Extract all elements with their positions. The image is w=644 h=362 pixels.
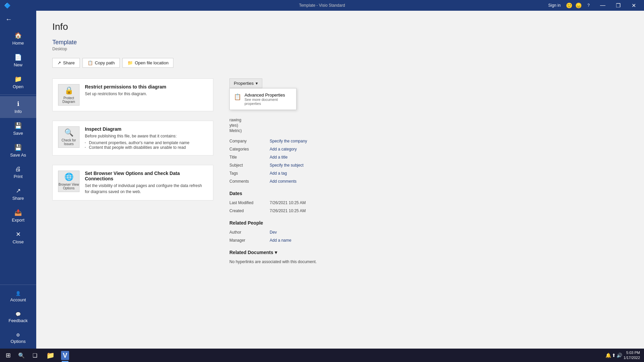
sidebar-item-info[interactable]: ℹ Info	[0, 96, 36, 118]
start-icon: ⊞	[6, 352, 11, 359]
taskbar-app-explorer[interactable]: 📁	[43, 349, 58, 362]
last-modified-value: 7/26/2021 10:25 AM	[270, 200, 306, 205]
author-row: Author Dev	[229, 228, 628, 236]
save-as-icon: 💾	[14, 144, 22, 151]
properties-dropdown-menu: 📋 Advanced Properties See more document …	[229, 88, 297, 110]
properties-table: Company Specify the company Categories A…	[229, 137, 628, 266]
company-row: Company Specify the company	[229, 137, 628, 145]
open-file-location-button[interactable]: 📁 Open file location	[122, 58, 173, 68]
back-button[interactable]: ←	[0, 11, 36, 28]
folder-icon: 📁	[127, 60, 133, 65]
inspect-bullets: Document properties, author's name and t…	[85, 140, 190, 150]
taskbar-apps: 📁 V	[43, 349, 72, 362]
window-controls: — ❐ ✕	[595, 0, 641, 11]
protect-icon-box: 🔒 ProtectDiagram	[58, 84, 79, 106]
sidebar-bottom: 👤 Account 💬 Feedback ⚙ Options	[0, 283, 36, 349]
sidebar-label-share: Share	[12, 196, 24, 201]
browser-view-description: Set the visibility of individual pages a…	[85, 183, 208, 195]
sign-in-link[interactable]: Sign in	[548, 3, 561, 8]
people-heading: Related People	[229, 220, 628, 227]
sidebar-item-feedback[interactable]: 💬 Feedback	[0, 307, 36, 328]
smiley-icon: 🙂	[566, 2, 573, 9]
tags-row: Tags Add a tag	[229, 169, 628, 177]
sidebar: ← 🏠 Home 📄 New 📁 Open ℹ Info 💾 Save 💾 Sa…	[0, 11, 36, 349]
inspect-icon-label: Check forIssues	[62, 138, 76, 146]
sidebar-item-open[interactable]: 📁 Open	[0, 71, 36, 93]
system-icons: 🔔 ⬆ 🔊	[605, 353, 622, 358]
tags-value[interactable]: Add a tag	[270, 171, 287, 176]
sidebar-item-print[interactable]: 🖨 Print	[0, 162, 36, 183]
documents-heading[interactable]: Related Documents ▾	[229, 250, 628, 256]
main-content: Info Template Desktop ↗ Share 📋 Copy pat…	[36, 11, 644, 349]
account-icon: 👤	[15, 291, 21, 296]
restore-button[interactable]: ❐	[610, 0, 626, 11]
advanced-properties-item[interactable]: 📋 Advanced Properties See more document …	[230, 90, 296, 108]
inspect-section: 🔍 Check forIssues Inspect Diagram Before…	[52, 121, 213, 156]
subject-value[interactable]: Specify the subject	[270, 163, 304, 168]
manager-value[interactable]: Add a name	[270, 238, 291, 243]
sidebar-item-export[interactable]: 📤 Export	[0, 205, 36, 227]
protect-description: Set up restrictions for this diagram.	[85, 91, 166, 97]
sidebar-label-close: Close	[12, 239, 23, 244]
copy-path-label: Copy path	[95, 60, 115, 65]
title-value[interactable]: Add a title	[270, 155, 287, 160]
time-display: 5:03 PM	[624, 350, 640, 355]
protect-section: 🔒 ProtectDiagram Restrict permissions to…	[52, 78, 213, 111]
sidebar-item-save-as[interactable]: 💾 Save As	[0, 140, 36, 162]
minimize-button[interactable]: —	[595, 0, 610, 11]
taskbar: ⊞ 🔍 ❑ 📁 V 🔔 ⬆ 🔊 5:03 PM 1/17/2022	[0, 349, 644, 362]
browser-view-icon-box: 🌐 Browser ViewOptions	[58, 171, 79, 192]
volume-icon: 🔊	[616, 353, 622, 358]
no-hyperlinks-row: No hyperlinks are associated with this d…	[229, 258, 628, 266]
chevron-up-icon: ⬆	[612, 353, 616, 358]
author-label: Author	[229, 230, 270, 235]
search-button[interactable]: 🔍	[15, 349, 28, 362]
sidebar-item-account[interactable]: 👤 Account	[0, 286, 36, 307]
inspect-text: Inspect Diagram Before publishing this f…	[85, 126, 190, 150]
sidebar-label-save-as: Save As	[10, 153, 26, 158]
sidebar-label-open: Open	[13, 84, 23, 89]
task-view-button[interactable]: ❑	[28, 349, 42, 362]
author-value[interactable]: Dev	[270, 230, 277, 235]
sidebar-label-feedback: Feedback	[8, 318, 28, 323]
partial-line-1: rawing	[229, 118, 628, 122]
options-icon: ⚙	[16, 333, 20, 338]
categories-value[interactable]: Add a category	[270, 147, 297, 152]
taskbar-app-visio[interactable]: V	[58, 349, 72, 362]
open-icon: 📁	[14, 75, 22, 83]
sidebar-item-home[interactable]: 🏠 Home	[0, 28, 36, 50]
help-button[interactable]: ?	[585, 2, 592, 8]
page-title: Info	[52, 21, 628, 32]
copy-icon: 📋	[88, 60, 93, 65]
manager-label: Manager	[229, 238, 270, 243]
sidebar-item-new[interactable]: 📄 New	[0, 50, 36, 71]
taskbar-time: 5:03 PM 1/17/2022	[624, 350, 640, 361]
inspect-bullet-2: Content that people with disabilities ar…	[85, 145, 190, 150]
sidebar-item-close[interactable]: ✕ Close	[0, 227, 36, 248]
protect-title: Restrict permissions to this diagram	[85, 84, 166, 89]
sidebar-item-share[interactable]: ↗ Share	[0, 183, 36, 205]
inspect-icon: 🔍	[64, 128, 73, 137]
export-icon: 📤	[14, 209, 22, 216]
comments-value[interactable]: Add comments	[270, 179, 297, 184]
sidebar-label-info: Info	[14, 109, 22, 114]
properties-dropdown-arrow: ▾	[256, 81, 258, 86]
properties-button[interactable]: Properties ▾	[229, 78, 262, 88]
start-button[interactable]: ⊞	[1, 349, 15, 362]
subject-label: Subject	[229, 163, 270, 168]
share-button[interactable]: ↗ Share	[52, 58, 80, 68]
protect-icon-label: ProtectDiagram	[62, 96, 75, 104]
sidebar-item-save[interactable]: 💾 Save	[0, 118, 36, 140]
share-btn-label: Share	[63, 60, 75, 65]
close-button[interactable]: ✕	[626, 0, 641, 11]
subject-row: Subject Specify the subject	[229, 161, 628, 169]
file-name: Template	[52, 39, 628, 46]
inspect-icon-box: 🔍 Check forIssues	[58, 126, 79, 148]
sidebar-item-options[interactable]: ⚙ Options	[0, 328, 36, 349]
search-taskbar-icon: 🔍	[18, 352, 25, 359]
company-value[interactable]: Specify the company	[270, 139, 307, 143]
copy-path-button[interactable]: 📋 Copy path	[83, 58, 120, 68]
left-sections: 🔒 ProtectDiagram Restrict permissions to…	[52, 78, 213, 266]
sidebar-label-new: New	[14, 62, 22, 67]
task-view-icon: ❑	[33, 352, 37, 359]
